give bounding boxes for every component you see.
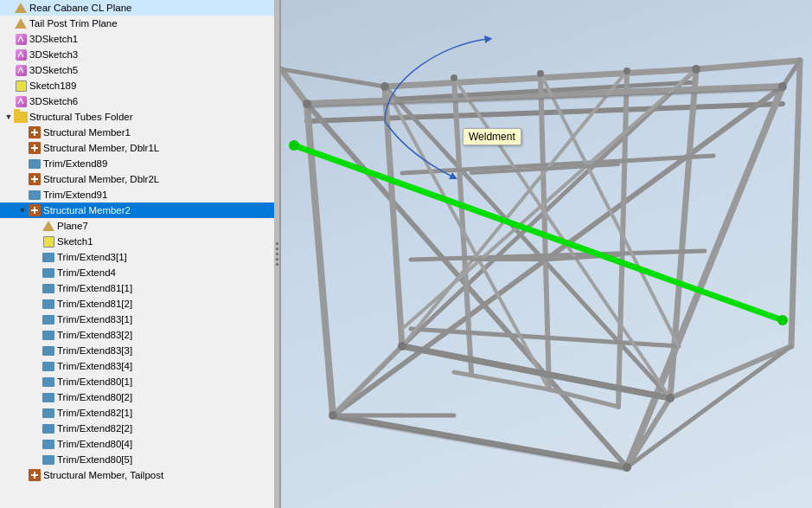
icon-sketch-sketch189 [14, 79, 28, 93]
tree-item-tail-post[interactable]: Tail Post Trim Plane [0, 16, 279, 31]
icon-plane-plane7 [42, 219, 55, 233]
expand-btn-trim83-2 [31, 330, 42, 340]
svg-point-65 [329, 411, 337, 420]
tree-label-struct-member1: Structural Member1 [43, 127, 131, 138]
expand-btn-trim80-5 [31, 454, 42, 465]
tree-item-struct-dblr1l[interactable]: Structural Member, Dblr1L [0, 140, 279, 156]
tree-item-3dsketch6[interactable]: 3DSketch6 [0, 93, 279, 109]
tree-item-trim82-2[interactable]: Trim/Extend82[2] [0, 421, 279, 436]
tree-label-trim83-3: Trim/Extend83[3] [57, 345, 132, 356]
icon-structural-struct-dblr2l [28, 172, 42, 186]
tree-label-3dsketch1: 3DSketch1 [29, 34, 78, 44]
tree-item-trim80-1[interactable]: Trim/Extend80[1] [0, 374, 279, 389]
expand-btn-3dsketch3 [3, 49, 14, 60]
expand-btn-trim80-2 [31, 392, 42, 402]
expand-btn-struct-dblr2l [17, 174, 28, 184]
icon-trim-trim4 [42, 266, 55, 280]
panel-splitter[interactable] [274, 0, 279, 508]
tree-item-trim91[interactable]: Trim/Extend91 [0, 187, 279, 203]
tree-label-trim82-1: Trim/Extend82[1] [57, 408, 132, 418]
icon-trim-trim81-1 [42, 281, 55, 295]
tree-item-trim83-4[interactable]: Trim/Extend83[4] [0, 358, 279, 374]
tree-item-trim80-2[interactable]: Trim/Extend80[2] [0, 389, 279, 405]
tree-item-trim81-2[interactable]: Trim/Extend81[2] [0, 296, 279, 312]
tree-item-trim82-1[interactable]: Trim/Extend82[1] [0, 405, 279, 421]
expand-btn-sketch1 [31, 236, 42, 247]
svg-point-60 [398, 342, 406, 350]
tree-item-struct-member2[interactable]: ▼Structural Member2 [0, 203, 279, 218]
icon-sketch3d-3dsketch5 [14, 63, 28, 77]
tree-item-trim83-1[interactable]: Trim/Extend83[1] [0, 312, 279, 327]
tree-item-3dsketch1[interactable]: 3DSketch1 [0, 31, 279, 47]
svg-line-57 [335, 419, 629, 471]
tree-label-struct-tailpost: Structural Member, Tailpost [43, 470, 163, 480]
icon-trim-trim80-2 [42, 390, 55, 404]
tree-label-trim81-1: Trim/Extend81[1] [57, 283, 132, 293]
svg-point-68 [778, 82, 787, 91]
tooltip-label: Weldment [469, 131, 515, 143]
icon-trim-trim3-1 [42, 250, 55, 264]
icon-trim-trim91 [28, 188, 42, 202]
svg-point-54 [289, 140, 299, 151]
tree-item-struct-dblr2l[interactable]: Structural Member, Dblr2L [0, 171, 279, 187]
svg-rect-3 [34, 145, 35, 151]
tree-item-struct-tubes-folder[interactable]: ▼Structural Tubes Folder [0, 109, 279, 125]
svg-line-46 [696, 61, 800, 69]
expand-btn-struct-tailpost [17, 470, 28, 480]
tree-item-sketch1[interactable]: Sketch1 [0, 234, 279, 249]
svg-point-67 [303, 100, 311, 108]
icon-sketch3d-3dsketch6 [14, 94, 28, 108]
svg-line-32 [540, 74, 679, 346]
tree-item-rear-cabane[interactable]: Rear Cabane CL Plane [0, 0, 279, 16]
icon-structural-struct-tailpost [28, 468, 42, 482]
svg-rect-5 [34, 176, 35, 183]
3d-viewport[interactable]: Weldment [281, 0, 812, 508]
tree-item-trim4[interactable]: Trim/Extend4 [0, 265, 279, 280]
tree-item-trim80-5[interactable]: Trim/Extend80[5] [0, 452, 279, 467]
expand-btn-3dsketch5 [3, 65, 14, 75]
tree-item-trim3-1[interactable]: Trim/Extend3[1] [0, 249, 279, 265]
tree-label-sketch1: Sketch1 [57, 236, 93, 247]
svg-line-35 [333, 346, 402, 415]
expand-btn-trim83-1 [31, 314, 42, 325]
tree-item-trim83-2[interactable]: Trim/Extend83[2] [0, 327, 279, 343]
svg-line-41 [549, 389, 618, 407]
tree-label-trim80-2: Trim/Extend80[2] [57, 392, 132, 402]
tree-item-struct-tailpost[interactable]: Structural Member, Tailpost [0, 467, 279, 483]
tree-item-plane7[interactable]: Plane7 [0, 218, 279, 234]
tree-item-trim89[interactable]: Trim/Extend89 [0, 156, 279, 171]
tree-label-struct-member2: Structural Member2 [43, 205, 131, 215]
expand-btn-trim89 [17, 158, 28, 169]
tree-item-trim83-3[interactable]: Trim/Extend83[3] [0, 343, 279, 358]
tree-item-3dsketch5[interactable]: 3DSketch5 [0, 62, 279, 78]
tree-label-struct-dblr2l: Structural Member, Dblr2L [43, 174, 159, 184]
tree-label-sketch189: Sketch189 [29, 80, 76, 91]
expand-btn-trim81-1 [31, 283, 42, 293]
svg-point-61 [666, 394, 675, 402]
tree-item-trim80-4[interactable]: Trim/Extend80[4] [0, 436, 279, 452]
svg-point-64 [623, 68, 630, 74]
tree-item-sketch189[interactable]: Sketch189 [0, 78, 279, 93]
expand-btn-trim82-1 [31, 408, 42, 418]
svg-point-59 [692, 65, 700, 74]
tree-label-trim83-2: Trim/Extend83[2] [57, 330, 132, 340]
expand-btn-struct-member2[interactable]: ▼ [17, 205, 28, 215]
annotation-arrow [376, 26, 549, 216]
expand-btn-trim4 [31, 267, 42, 278]
tree-label-trim89: Trim/Extend89 [43, 158, 107, 169]
expand-btn-plane7 [31, 221, 42, 231]
icon-sketch-sketch1 [42, 235, 55, 248]
tree-item-trim81-1[interactable]: Trim/Extend81[1] [0, 280, 279, 296]
tree-item-3dsketch3[interactable]: 3DSketch3 [0, 47, 279, 62]
svg-point-55 [777, 315, 788, 325]
tree-label-trim91: Trim/Extend91 [43, 190, 107, 200]
expand-btn-trim83-4 [31, 361, 42, 371]
icon-trim-trim80-4 [42, 437, 55, 451]
tree-item-struct-member1[interactable]: Structural Member1 [0, 125, 279, 140]
tree-label-3dsketch5: 3DSketch5 [29, 65, 78, 75]
expand-btn-trim91 [17, 190, 28, 200]
expand-btn-struct-tubes-folder[interactable]: ▼ [3, 112, 14, 122]
icon-plane-tail-post [14, 16, 28, 30]
icon-sketch3d-3dsketch1 [14, 32, 28, 46]
expand-btn-trim81-2 [31, 299, 42, 309]
